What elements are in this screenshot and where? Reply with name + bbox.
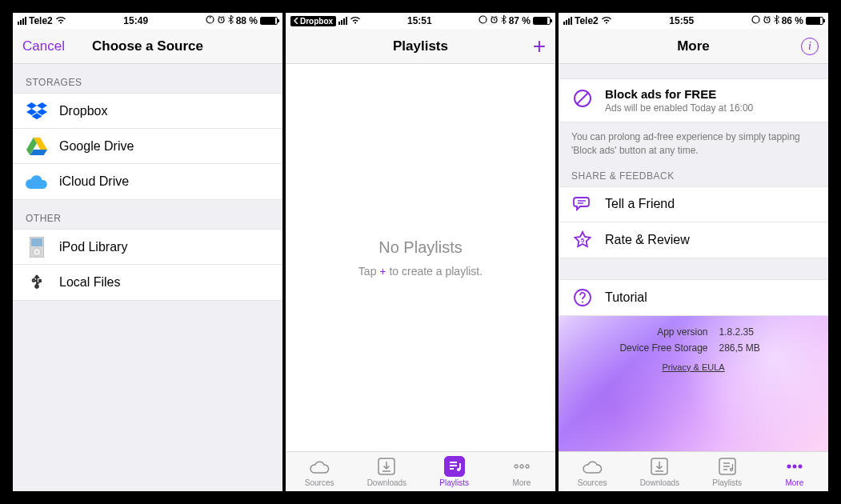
battery-icon: [533, 17, 551, 25]
usb-icon: [26, 271, 48, 294]
info-icon: i: [801, 38, 819, 55]
free-storage-key: Device Free Storage: [604, 342, 708, 354]
tab-sources[interactable]: Sources: [286, 452, 353, 491]
svg-rect-9: [444, 456, 465, 477]
battery-pct-label: 88 %: [236, 15, 258, 26]
bluetooth-icon: [774, 15, 779, 26]
battery-icon: [806, 17, 823, 25]
screen-playlists: Dropbox 15:51 87 % Playlists + No Playli…: [286, 13, 555, 491]
cloud-icon: [582, 456, 603, 477]
wifi-icon: [350, 15, 361, 26]
battery-pct-label: 87 %: [509, 15, 531, 26]
source-local-files[interactable]: Local Files: [13, 265, 282, 300]
source-dropbox[interactable]: Dropbox: [13, 94, 282, 129]
svg-point-11: [515, 465, 518, 468]
svg-point-12: [520, 465, 523, 468]
main-content: No Playlists Tap + to create a playlist.: [286, 64, 555, 451]
storages-list: Dropbox Google Drive iCloud Drive: [13, 93, 282, 200]
more-icon: [511, 456, 532, 477]
tab-playlists[interactable]: Playlists: [694, 452, 761, 491]
cloud-icon: [309, 456, 330, 477]
spacer: [13, 301, 282, 491]
screen-choose-source: Tele2 15:49 88 % Cancel Choose a Source …: [13, 13, 282, 491]
list-item-label: Dropbox: [59, 104, 107, 118]
screen-more: Tele2 15:55 86 % More i Block ads for FR…: [559, 13, 828, 491]
tab-more[interactable]: More: [761, 452, 828, 491]
nav-bar: More i: [559, 29, 828, 64]
rotation-lock-icon: [206, 15, 214, 26]
signal-icon: [338, 17, 347, 25]
alarm-icon: [217, 15, 226, 26]
dropbox-icon: [26, 100, 48, 122]
tab-sources[interactable]: Sources: [559, 452, 626, 491]
ads-note: You can prolong ad-free experience by si…: [559, 122, 828, 166]
bluetooth-icon: [228, 15, 234, 26]
tab-label: Playlists: [439, 478, 469, 487]
tab-downloads[interactable]: Downloads: [626, 452, 693, 491]
svg-rect-3: [31, 238, 42, 246]
status-bar: Tele2 15:49 88 %: [13, 13, 282, 29]
tab-playlists[interactable]: Playlists: [421, 452, 488, 491]
back-app-label: Dropbox: [300, 17, 333, 26]
svg-point-24: [787, 465, 791, 469]
signal-icon: [563, 17, 572, 25]
add-playlist-button[interactable]: +: [533, 35, 546, 58]
page-title: More: [559, 38, 828, 54]
source-ipod-library[interactable]: iPod Library: [13, 230, 282, 265]
empty-subtitle: Tap + to create a playlist.: [358, 265, 483, 278]
battery-icon: [260, 17, 278, 25]
app-version-value: 1.8.2.35: [719, 326, 783, 338]
svg-point-25: [792, 465, 796, 469]
clock-label: 15:49: [66, 15, 206, 26]
free-storage-value: 286,5 MB: [719, 342, 783, 354]
empty-state: No Playlists Tap + to create a playlist.: [286, 64, 555, 451]
status-bar: Tele2 15:55 86 %: [559, 13, 828, 29]
svg-point-6: [479, 16, 487, 23]
list-item-label: iPod Library: [59, 240, 127, 254]
carrier-label: Tele2: [29, 15, 53, 26]
other-list: iPod Library Local Files: [13, 229, 282, 301]
block-ads-item[interactable]: Block ads for FREE Ads will be enabled T…: [559, 79, 828, 122]
share-feedback-list: Tell a Friend 5 Rate & Review: [559, 186, 828, 258]
tutorial-item[interactable]: Tutorial: [559, 280, 828, 315]
privacy-eula-link[interactable]: Privacy & EULA: [578, 362, 809, 372]
source-icloud-drive[interactable]: iCloud Drive: [13, 164, 282, 199]
svg-line-17: [577, 93, 588, 104]
download-icon: [649, 456, 670, 477]
svg-point-26: [798, 465, 802, 469]
rotation-lock-icon: [751, 15, 760, 26]
tab-label: Playlists: [712, 478, 742, 487]
bluetooth-icon: [501, 15, 507, 26]
nav-bar: Playlists +: [286, 29, 555, 64]
info-footer: App version1.8.2.35 Device Free Storage2…: [559, 316, 828, 451]
rate-review-item[interactable]: 5 Rate & Review: [559, 222, 828, 258]
info-button[interactable]: i: [801, 38, 819, 55]
svg-point-5: [36, 250, 38, 253]
ipod-icon: [26, 236, 48, 258]
list-item-label: Google Drive: [59, 139, 134, 154]
back-to-app-button[interactable]: Dropbox: [290, 16, 336, 26]
status-bar: Dropbox 15:51 87 %: [286, 13, 555, 29]
rotation-lock-icon: [479, 15, 487, 26]
main-content: STORAGES Dropbox Google Drive iCloud Dri…: [13, 64, 282, 491]
chat-icon: [571, 193, 594, 215]
block-ads-list: Block ads for FREE Ads will be enabled T…: [559, 78, 828, 122]
cancel-button[interactable]: Cancel: [22, 38, 65, 54]
list-item-label: Rate & Review: [605, 233, 690, 247]
playlist-icon: [717, 456, 738, 477]
icloud-icon: [26, 170, 48, 193]
block-ads-label: Block ads for FREE: [605, 87, 753, 101]
tell-friend-item[interactable]: Tell a Friend: [559, 187, 828, 222]
tutorial-list: Tutorial: [559, 279, 828, 316]
app-version-key: App version: [604, 326, 708, 338]
tab-label: More: [785, 478, 803, 487]
battery-pct-label: 86 %: [782, 15, 803, 26]
list-item-label: iCloud Drive: [59, 174, 129, 189]
alarm-icon: [490, 15, 499, 26]
svg-point-20: [582, 301, 583, 302]
plus-hint-icon: +: [379, 265, 386, 278]
tab-label: Sources: [305, 478, 334, 487]
source-google-drive[interactable]: Google Drive: [13, 129, 282, 164]
tab-downloads[interactable]: Downloads: [353, 452, 420, 491]
tab-more[interactable]: More: [488, 452, 555, 491]
